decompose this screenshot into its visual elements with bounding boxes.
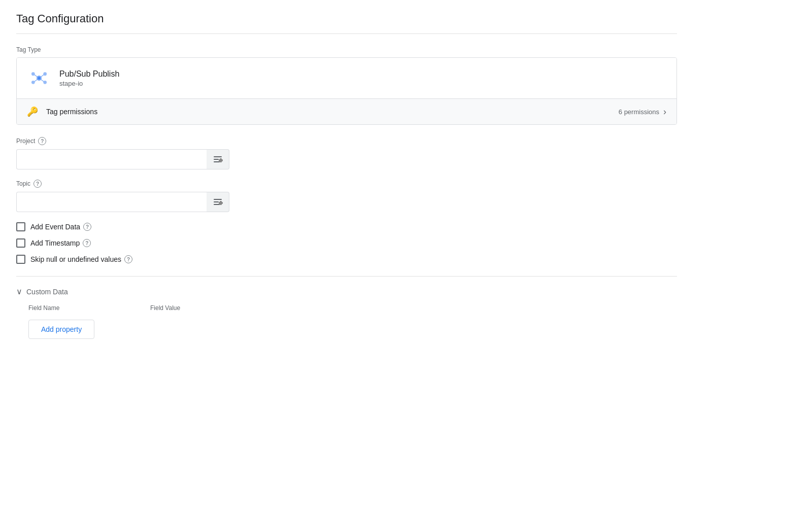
tag-type-label: Tag Type: [16, 46, 677, 53]
project-variable-btn[interactable]: [207, 149, 229, 169]
svg-rect-16: [214, 201, 219, 202]
svg-point-5: [43, 81, 47, 84]
variable-icon-2: [213, 197, 223, 207]
custom-data-section: ∨ Custom Data Field Name Field Value Add…: [16, 276, 677, 339]
field-name-column-header: Field Name: [28, 304, 130, 312]
project-label: Project ?: [16, 137, 677, 145]
add-timestamp-text: Add Timestamp: [30, 239, 80, 247]
svg-line-7: [41, 75, 44, 77]
tag-permissions-row[interactable]: 🔑 Tag permissions 6 permissions ›: [17, 99, 676, 124]
tag-type-info: Pub/Sub Publish stape-io: [59, 70, 119, 87]
skip-null-text: Skip null or undefined values: [30, 255, 121, 263]
tag-type-main-row[interactable]: Pub/Sub Publish stape-io: [17, 58, 676, 99]
custom-data-columns: Field Name Field Value: [16, 304, 677, 312]
checkboxes-section: Add Event Data ? Add Timestamp ? Skip nu…: [16, 222, 677, 264]
field-value-column-header: Field Value: [150, 304, 252, 312]
skip-null-help-icon[interactable]: ?: [124, 255, 132, 263]
topic-input-group: [16, 192, 229, 212]
svg-point-4: [31, 81, 35, 84]
key-icon: 🔑: [27, 106, 38, 117]
skip-null-label: Skip null or undefined values ?: [30, 255, 132, 263]
title-divider: [16, 33, 677, 34]
svg-line-8: [35, 79, 38, 82]
add-event-data-help-icon[interactable]: ?: [83, 223, 91, 231]
tag-type-icon-container: [27, 66, 51, 90]
add-event-data-checkbox[interactable]: [16, 222, 25, 231]
pubsub-icon: [29, 68, 49, 88]
topic-label-text: Topic: [16, 180, 30, 187]
topic-help-icon[interactable]: ?: [33, 180, 42, 188]
tag-type-card: Pub/Sub Publish stape-io 🔑 Tag permissio…: [16, 57, 677, 125]
svg-line-6: [35, 75, 38, 77]
svg-rect-19: [219, 202, 223, 204]
svg-rect-17: [214, 204, 220, 205]
topic-field-section: Topic ?: [16, 180, 677, 212]
chevron-right-icon: ›: [663, 107, 666, 117]
topic-input[interactable]: [16, 192, 207, 212]
add-property-button[interactable]: Add property: [28, 320, 94, 339]
project-field-section: Project ?: [16, 137, 677, 169]
svg-rect-12: [214, 161, 220, 162]
project-help-icon[interactable]: ?: [38, 137, 46, 145]
svg-point-1: [38, 77, 41, 80]
topic-variable-btn[interactable]: [207, 192, 229, 212]
add-timestamp-row: Add Timestamp ?: [16, 238, 677, 248]
custom-data-title: Custom Data: [26, 288, 68, 296]
project-input-group: [16, 149, 229, 169]
add-timestamp-help-icon[interactable]: ?: [83, 239, 91, 247]
add-event-data-row: Add Event Data ?: [16, 222, 677, 231]
tag-permissions-label: Tag permissions: [46, 108, 619, 116]
variable-icon: [213, 154, 223, 164]
tag-type-vendor: stape-io: [59, 80, 119, 87]
project-label-text: Project: [16, 138, 35, 145]
add-timestamp-checkbox[interactable]: [16, 238, 25, 248]
custom-data-header[interactable]: ∨ Custom Data: [16, 287, 677, 296]
skip-null-row: Skip null or undefined values ?: [16, 255, 677, 264]
svg-rect-11: [214, 159, 219, 160]
add-event-data-label: Add Event Data ?: [30, 223, 91, 231]
tag-type-name: Pub/Sub Publish: [59, 70, 119, 79]
svg-rect-14: [219, 159, 223, 161]
skip-null-checkbox[interactable]: [16, 255, 25, 264]
page-title: Tag Configuration: [16, 12, 677, 25]
svg-rect-15: [214, 199, 222, 200]
svg-rect-10: [214, 156, 222, 157]
svg-point-2: [31, 72, 35, 76]
chevron-down-icon: ∨: [16, 287, 22, 296]
svg-line-9: [41, 79, 44, 82]
project-input[interactable]: [16, 149, 207, 169]
permissions-count: 6 permissions: [619, 108, 659, 116]
topic-label: Topic ?: [16, 180, 677, 188]
add-event-data-text: Add Event Data: [30, 223, 80, 231]
add-timestamp-label: Add Timestamp ?: [30, 239, 91, 247]
svg-point-3: [43, 72, 47, 76]
